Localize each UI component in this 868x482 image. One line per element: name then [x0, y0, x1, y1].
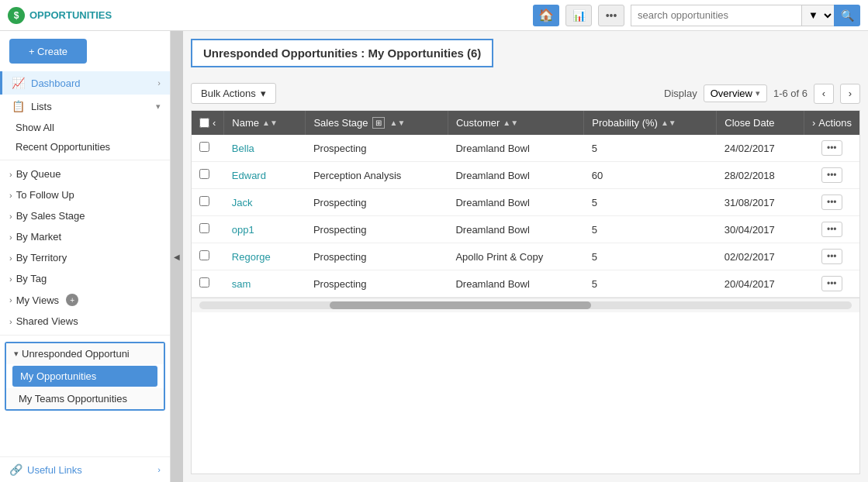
sidebar-by-tag[interactable]: › By Tag [0, 268, 170, 289]
row-checkbox-cell[interactable] [192, 135, 224, 162]
scroll-thumb [330, 301, 590, 309]
sidebar-item-lists[interactable]: 📋 Lists ▾ [0, 95, 170, 118]
sidebar-shared-views[interactable]: › Shared Views [0, 311, 170, 332]
bulk-actions-button[interactable]: Bulk Actions ▾ [191, 83, 276, 104]
sidebar-show-all[interactable]: Show All [0, 118, 170, 137]
th-checkbox[interactable]: ‹ [192, 111, 224, 135]
row-checkbox-3[interactable] [199, 223, 209, 233]
th-collapse-icon[interactable]: ‹ [213, 117, 216, 129]
th-probability[interactable]: Probability (%) ▲▼ [584, 111, 717, 135]
by-territory-label: By Territory [16, 252, 67, 263]
sidebar: + Create 📈 Dashboard › 📋 Lists ▾ Show Al… [0, 31, 171, 482]
by-tag-label: By Tag [16, 273, 47, 284]
home-button[interactable]: 🏠 [533, 5, 559, 26]
table-row: Bella Prospecting Dreamland Bowl 5 24/02… [192, 135, 859, 162]
search-button[interactable]: 🔍 [834, 5, 860, 26]
row-checkbox-5[interactable] [199, 277, 209, 287]
th-customer[interactable]: Customer ▲▼ [448, 111, 583, 135]
sidebar-by-queue[interactable]: › By Queue [0, 164, 170, 184]
lists-chevron: ▾ [156, 102, 161, 112]
search-dropdown[interactable]: ▼ [801, 5, 834, 26]
next-page-button[interactable]: › [840, 84, 860, 104]
sidebar-my-teams-opportunities[interactable]: My Teams Opportunities [6, 388, 164, 409]
row-name-0: Bella [224, 135, 306, 162]
create-button[interactable]: + Create [9, 39, 87, 64]
row-checkbox-0[interactable] [199, 142, 209, 152]
by-tag-arrow: › [9, 274, 12, 284]
lists-icon: 📋 [12, 100, 25, 112]
row-actions-button-5[interactable]: ••• [821, 276, 842, 291]
row-actions-cell-3[interactable]: ••• [804, 216, 859, 243]
row-checkbox-1[interactable] [199, 169, 209, 179]
row-checkbox-cell[interactable] [192, 162, 224, 189]
app-icon: $ [8, 7, 25, 24]
my-teams-label: My Teams Opportunities [19, 393, 127, 405]
recent-opportunities-label: Recent Opportunities [16, 141, 110, 153]
sidebar-my-opportunities[interactable]: My Opportunities [12, 366, 157, 387]
search-input[interactable] [631, 5, 801, 26]
row-actions-button-3[interactable]: ••• [821, 222, 842, 237]
opportunities-table: ‹ Name ▲▼ Sales Stage ⊞ ▲▼ [191, 110, 860, 474]
sidebar-item-dashboard[interactable]: 📈 Dashboard › [0, 71, 170, 95]
display-label: Display [664, 88, 697, 99]
row-customer-4: Apollo Print & Copy [448, 243, 583, 270]
sidebar-useful-links[interactable]: 🔗 Useful Links › [0, 456, 170, 482]
by-market-arrow: › [9, 232, 12, 242]
table-header: ‹ Name ▲▼ Sales Stage ⊞ ▲▼ [192, 111, 859, 135]
more-button[interactable]: ••• [598, 5, 624, 26]
row-checkbox-2[interactable] [199, 196, 209, 206]
useful-links-chevron: › [157, 465, 161, 474]
row-actions-cell-5[interactable]: ••• [804, 270, 859, 298]
horizontal-scrollbar[interactable] [199, 301, 852, 309]
prev-page-button[interactable]: ‹ [814, 84, 834, 104]
row-actions-button-2[interactable]: ••• [821, 195, 842, 210]
table-row: Regorge Prospecting Apollo Print & Copy … [192, 243, 859, 270]
row-checkbox-cell[interactable] [192, 189, 224, 216]
row-actions-cell-1[interactable]: ••• [804, 162, 859, 189]
row-customer-1: Dreamland Bowl [448, 162, 583, 189]
my-views-add-icon[interactable]: + [66, 294, 78, 306]
unresponded-label: Unresponded Opportuni [22, 348, 130, 360]
sales-stage-sort-icon: ▲▼ [389, 119, 405, 127]
row-sales-stage-4: Prospecting [306, 243, 448, 270]
th-close-date[interactable]: Close Date [717, 111, 804, 135]
lists-label: Lists [31, 101, 156, 112]
sidebar-recent-opportunities[interactable]: Recent Opportunities [0, 137, 170, 157]
sales-stage-filter-icon[interactable]: ⊞ [372, 117, 385, 129]
sidebar-by-market[interactable]: › By Market [0, 226, 170, 247]
select-all-checkbox[interactable] [199, 118, 209, 128]
row-name-3: opp1 [224, 216, 306, 243]
row-checkbox-cell[interactable] [192, 270, 224, 298]
row-sales-stage-0: Prospecting [306, 135, 448, 162]
sidebar-collapse-button[interactable]: ◀ [171, 31, 183, 482]
row-actions-button-0[interactable]: ••• [821, 140, 842, 156]
row-checkbox-4[interactable] [199, 250, 209, 260]
th-name[interactable]: Name ▲▼ [224, 111, 306, 135]
sidebar-my-views[interactable]: › My Views + [0, 289, 170, 311]
row-close-date-5: 20/04/2017 [717, 270, 804, 298]
show-all-label: Show All [16, 122, 54, 133]
row-actions-cell-2[interactable]: ••• [804, 189, 859, 216]
top-nav: $ OPPORTUNITIES 🏠 📊 ••• ▼ 🔍 [0, 0, 868, 31]
row-actions-button-4[interactable]: ••• [821, 249, 842, 264]
row-checkbox-cell[interactable] [192, 216, 224, 243]
sidebar-unresponded-header[interactable]: ▾ Unresponded Opportuni [6, 343, 164, 364]
row-actions-button-1[interactable]: ••• [821, 167, 842, 183]
my-views-label: My Views [16, 294, 59, 306]
sidebar-by-sales-stage[interactable]: › By Sales Stage [0, 205, 170, 226]
row-probability-2: 5 [584, 189, 717, 216]
sidebar-unresponded-group: ▾ Unresponded Opportuni My Opportunities… [5, 342, 165, 411]
page-title: Unresponded Opportunities : My Opportuni… [191, 39, 493, 67]
sidebar-by-territory[interactable]: › By Territory [0, 247, 170, 268]
row-checkbox-cell[interactable] [192, 243, 224, 270]
th-sales-stage[interactable]: Sales Stage ⊞ ▲▼ [306, 111, 448, 135]
my-opportunities-label: My Opportunities [20, 370, 96, 382]
overview-arrow: ▾ [756, 88, 760, 98]
useful-links-label: Useful Links [27, 464, 82, 476]
row-customer-2: Dreamland Bowl [448, 189, 583, 216]
row-actions-cell-4[interactable]: ••• [804, 243, 859, 270]
chart-button[interactable]: 📊 [565, 5, 592, 26]
row-actions-cell-0[interactable]: ••• [804, 135, 859, 162]
display-select[interactable]: Overview ▾ [704, 84, 767, 102]
sidebar-to-follow-up[interactable]: › To Follow Up [0, 184, 170, 205]
